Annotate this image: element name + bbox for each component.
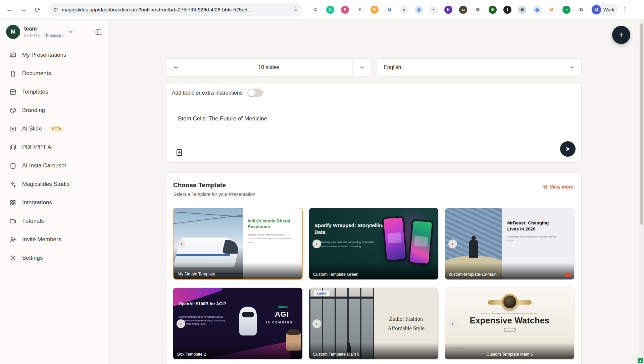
template-name-label: Custom Template Main 5 xyxy=(445,343,574,359)
topic-input[interactable]: Stem Cells: The Future of Medicine xyxy=(178,115,568,122)
floating-widget[interactable]: ▲ xyxy=(638,358,643,363)
scrollbar-thumb[interactable] xyxy=(640,23,643,225)
pdf-ppt-icon xyxy=(9,144,16,151)
collapse-sidebar-icon[interactable] xyxy=(95,29,102,36)
language-select[interactable]: English xyxy=(377,58,582,76)
phone-mockup xyxy=(382,216,407,262)
sidebar-item-ai-slide[interactable]: AI Slide BETA xyxy=(0,121,108,136)
extension-icon[interactable]: ⚙ xyxy=(474,6,482,14)
sidebar-item-label: Templates xyxy=(22,89,48,95)
decor xyxy=(504,328,516,332)
template-card-custom-template-green[interactable]: Spotify Wrapped: Storytelling Data Trans… xyxy=(309,208,439,280)
extension-icon[interactable]: ON xyxy=(562,6,571,14)
slides-count-control: − 10 slides + xyxy=(166,58,371,76)
view-more-label: View more xyxy=(550,184,573,190)
template-grid: India's Vande Bharat Revolution Sleeper … xyxy=(173,208,575,360)
url-text: magicslides.app/dashboard/create?outline… xyxy=(62,7,290,12)
bookmark-star-icon[interactable]: ☆ xyxy=(293,6,298,13)
extension-icon[interactable]: ▦ xyxy=(518,6,526,14)
person-silhouette xyxy=(469,240,478,258)
decrease-slides-button[interactable]: − xyxy=(166,59,185,76)
forward-button[interactable]: → xyxy=(17,4,30,16)
template-prev-button[interactable]: ‹ xyxy=(177,319,185,328)
template-card-custom-template-13-main[interactable]: MrBeast: Changing Lives in 2026 Challeng… xyxy=(445,208,575,280)
topic-toggle[interactable] xyxy=(247,89,263,97)
extension-icon[interactable]: M xyxy=(385,6,393,14)
back-button[interactable]: ← xyxy=(3,4,15,16)
profile-name: Work xyxy=(603,7,614,12)
decor xyxy=(410,221,432,264)
view-more-link[interactable]: View more xyxy=(542,184,573,190)
site-settings-icon[interactable] xyxy=(53,7,58,12)
new-presentation-button[interactable]: + xyxy=(612,26,630,44)
sidebar-item-settings[interactable]: Settings xyxy=(0,251,108,265)
extension-icon[interactable]: 32 xyxy=(459,6,467,14)
address-bar[interactable]: magicslides.app/dashboard/create?outline… xyxy=(48,3,303,16)
workspace-switcher[interactable]: M team 50 PPT's Premium xyxy=(0,19,108,39)
increase-slides-button[interactable]: + xyxy=(352,59,371,76)
template-card-custom-template-main-6[interactable]: zudio Zudio: Fashion Affordable Style ‹ … xyxy=(309,288,439,360)
extension-icon[interactable]: M xyxy=(548,6,556,14)
sidebar-item-tutorials[interactable]: Tutorials xyxy=(0,214,108,228)
extension-icon[interactable]: B xyxy=(370,6,379,14)
template-prev-button[interactable]: ‹ xyxy=(177,240,186,248)
extension-icon[interactable]: G xyxy=(326,6,334,14)
sidebar-item-integrations[interactable]: Integrations xyxy=(0,195,108,210)
reload-button[interactable]: ⟳ xyxy=(32,4,44,16)
extension-icon[interactable]: P xyxy=(341,6,349,14)
view-more-icon xyxy=(542,185,547,190)
template-prev-button[interactable]: ‹ xyxy=(312,240,321,248)
template-name-label: Box Template 2 xyxy=(173,343,302,359)
sidebar-nav: My Presentations Documents Templates Bra… xyxy=(0,48,108,265)
chevron-down-icon[interactable] xyxy=(68,30,73,34)
beta-badge: BETA xyxy=(49,126,64,132)
sidebar-item-my-presentations[interactable]: My Presentations xyxy=(0,48,108,62)
extension-icon[interactable]: K xyxy=(444,6,452,14)
extension-icon[interactable]: © xyxy=(311,6,319,14)
topic-toggle-label: Add topic or extra instructions xyxy=(172,90,243,96)
extension-icon[interactable]: ◎ xyxy=(533,6,541,14)
template-card-box-template-2[interactable]: OpenAI: $100B for AGI? OpenAI's ambitiou… xyxy=(173,288,303,360)
sidebar-item-invite-members[interactable]: Invite Members xyxy=(0,232,108,247)
browser-menu-icon[interactable]: ⋮ xyxy=(622,6,628,13)
presented-by-label: PRESENTED BY xyxy=(556,351,571,354)
sidebar-item-documents[interactable]: Documents xyxy=(0,66,108,81)
generate-button[interactable] xyxy=(560,141,576,157)
extension-icon[interactable]: @ xyxy=(415,6,423,14)
sidebar-item-ai-insta-carousel[interactable]: AI Insta Carousel xyxy=(0,158,108,173)
template-slide-kicker: Exploring the world's most valuable and … xyxy=(445,312,574,315)
sidebar-item-label: AI Slide xyxy=(22,125,42,132)
template-slide-subtitle: Challenges and Philanthropy Redefine Int… xyxy=(507,235,557,242)
template-card-custom-template-main-5[interactable]: Exploring the world's most valuable and … xyxy=(445,288,575,360)
extension-icon[interactable]: ∞ xyxy=(400,6,408,14)
slide-footer-left: Top 10 Timepieces xyxy=(449,347,464,349)
sidebar-item-branding[interactable]: Branding xyxy=(0,103,108,118)
extension-icon[interactable]: ▣ xyxy=(489,6,497,14)
watch-illustration xyxy=(488,293,532,311)
watch-dial xyxy=(502,294,518,310)
logo-badge xyxy=(565,273,572,277)
template-card-my-simple-template[interactable]: India's Vande Bharat Revolution Sleeper … xyxy=(173,208,303,280)
sidebar-item-pdf-ppt-ai[interactable]: PDF/PPT AI xyxy=(0,140,108,155)
template-slide-title: OpenAI: $100B for AGI? xyxy=(179,301,234,307)
page-scrollbar[interactable] xyxy=(639,19,644,364)
browser-profile-chip[interactable]: M Work xyxy=(591,4,618,15)
sidebar-item-magicslides-studio[interactable]: Magicslides Studio xyxy=(0,177,108,192)
sidebar: M team 50 PPT's Premium My Presentations… xyxy=(0,19,108,364)
sidebar-item-label: Invite Members xyxy=(22,236,61,243)
sidebar-item-templates[interactable]: Templates xyxy=(0,85,108,99)
video-icon xyxy=(9,218,16,225)
topic-card: Add topic or extra instructions Stem Cel… xyxy=(166,82,582,163)
sidebar-item-label: Tutorials xyxy=(22,218,44,224)
template-prev-button[interactable]: ‹ xyxy=(448,240,457,248)
invite-member-icon xyxy=(9,236,16,243)
template-prev-button[interactable]: ‹ xyxy=(448,319,457,328)
template-prev-button[interactable]: ‹ xyxy=(312,319,321,328)
extensions-puzzle-icon[interactable]: ⧉ xyxy=(577,6,585,14)
profile-avatar: M xyxy=(592,5,601,14)
extension-icon[interactable]: ✱ xyxy=(356,6,364,14)
upload-file-icon[interactable] xyxy=(175,149,183,158)
extension-icon[interactable]: 1 xyxy=(503,6,511,14)
extension-icon[interactable]: ● xyxy=(430,6,438,14)
template-slide-title: India's Vande Bharat Revolution xyxy=(248,218,298,230)
